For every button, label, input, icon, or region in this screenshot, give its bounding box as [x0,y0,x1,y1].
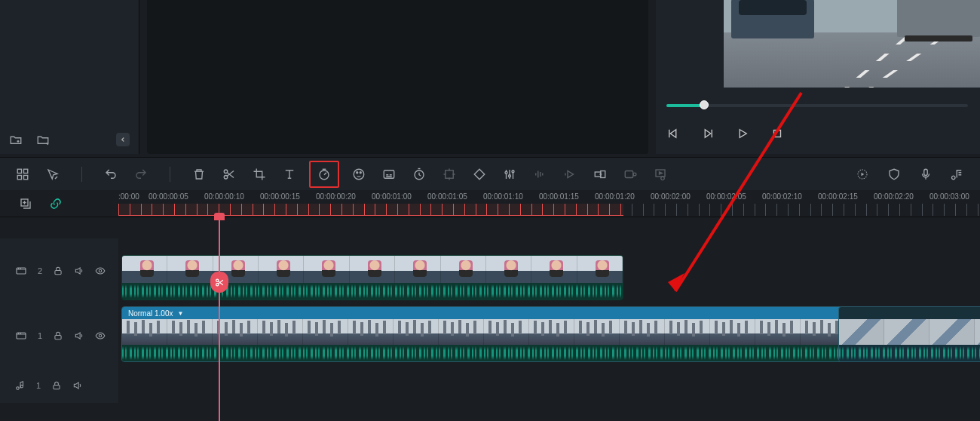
svg-point-5 [224,170,228,174]
speed-icon[interactable] [317,167,332,182]
ruler-tick-label: 00:00:01:00 [372,192,427,201]
svg-rect-21 [656,170,665,177]
new-folder-icon[interactable] [9,133,23,146]
track-number: 1 [38,331,42,340]
svg-rect-31 [55,335,61,339]
media-library-panel [0,0,139,154]
ruler-tick-label: 00:00:02:10 [762,192,818,201]
svg-point-26 [216,283,218,285]
marker-spin-icon[interactable] [855,167,870,182]
svg-rect-33 [54,385,60,389]
clip-video-2[interactable]: ▸ 20230706_005958 [121,255,623,300]
link-tracks-icon[interactable] [48,196,63,211]
source-preview-panel [147,0,648,154]
svg-point-8 [354,169,364,180]
track-video-1: 1 Normal 1.00x ▼ ▸ 20220603_070551 Freez… [0,303,980,368]
svg-point-6 [224,175,228,179]
mute-track-icon[interactable] [74,266,84,276]
track-audio-1: 1 [0,368,980,403]
ruler-tick-label: 00:00:00:05 [149,192,204,201]
prev-frame-button[interactable] [666,127,680,140]
crop-icon[interactable] [252,167,267,182]
timeline-tracks: 2 ▸ 20230706_005958 1 [0,217,980,403]
text-icon[interactable] [282,167,297,182]
mute-track-icon[interactable] [72,380,83,391]
visibility-icon[interactable] [95,266,106,276]
ruler-tick-label: 00:00:00:10 [204,192,260,201]
playhead-scissors-badge[interactable] [210,272,228,293]
svg-rect-19 [625,171,633,177]
svg-point-9 [357,171,358,173]
ruler-tick-label: 00:00:02:00 [651,192,706,201]
svg-rect-28 [55,270,61,274]
svg-point-10 [360,171,361,173]
svg-point-25 [216,279,218,281]
visibility-icon[interactable] [95,330,106,341]
ruler-tick-label: 00:00:02:15 [818,192,874,201]
ruler-tick-label: 00:00:00:15 [260,192,316,201]
zoom-slider[interactable] [666,104,968,107]
record-screen-icon[interactable] [623,167,638,182]
music-list-icon[interactable] [950,167,965,182]
svg-rect-13 [446,170,454,178]
lock-track-icon[interactable] [53,266,63,276]
sliders-icon[interactable] [502,167,517,182]
svg-point-20 [633,173,636,176]
subtitle-icon[interactable] [381,167,397,182]
cursor-tool-icon[interactable] [45,167,60,182]
svg-rect-4 [24,175,28,179]
undo-icon[interactable] [103,167,118,182]
shield-icon[interactable] [887,167,902,182]
ruler-tick-label: 00:00:01:15 [539,192,595,201]
svg-point-32 [99,334,102,337]
color-palette-icon[interactable] [351,167,366,182]
transform-icon[interactable] [593,167,608,182]
speed-tool-highlight [309,161,339,188]
lock-track-icon[interactable] [53,330,63,341]
collapse-panel-button[interactable] [116,133,130,146]
scissors-icon[interactable] [222,167,237,182]
folder-link-icon[interactable] [36,133,50,146]
video-track-icon [15,265,27,277]
ruler-tick-label: 00:00:02:05 [706,192,762,201]
expand-icon[interactable] [442,167,457,182]
svg-point-14 [505,171,507,174]
clip-freeze-frame[interactable]: Freeze Frame [838,306,980,362]
mute-track-icon[interactable] [74,330,84,341]
mask-icon[interactable] [472,167,487,182]
voiceover-icon[interactable] [562,167,577,182]
ruler-tick-label: 00:00:02:20 [874,192,929,201]
program-monitor-panel [656,0,980,154]
svg-rect-30 [17,333,26,339]
delete-icon[interactable] [191,167,207,182]
svg-rect-27 [17,268,26,274]
lock-track-icon[interactable] [51,380,62,391]
svg-rect-2 [24,169,28,173]
clip-speed-label: Normal 1.00x [128,309,173,318]
layout-grid-icon[interactable] [15,167,30,182]
play-button[interactable] [736,127,749,140]
svg-point-29 [99,269,102,272]
svg-point-15 [509,174,511,177]
render-preview-icon[interactable] [653,167,668,182]
timeline-ruler[interactable]: :00:0000:00:00:0500:00:00:1000:00:00:150… [118,190,980,217]
program-monitor-video [724,0,980,88]
svg-rect-1 [17,169,21,173]
timer-icon[interactable] [412,167,427,182]
stop-button[interactable] [770,127,784,140]
timeline-toolbar [0,157,980,190]
ruler-tick-label: 00:00:01:20 [595,192,651,201]
next-frame-button[interactable] [701,127,715,140]
track-video-2: 2 ▸ 20230706_005958 [0,238,980,303]
ruler-tick-label: 00:00:01:05 [427,192,483,201]
chevron-down-icon[interactable]: ▼ [177,310,183,317]
svg-point-16 [512,170,514,172]
add-track-icon[interactable] [18,196,33,211]
timeline-ruler-row: :00:0000:00:00:0500:00:00:1000:00:00:150… [0,190,980,217]
ruler-tick-label: :00:00 [118,192,149,201]
microphone-icon[interactable] [918,167,933,182]
redo-icon[interactable] [133,167,149,182]
audio-bars-icon[interactable] [532,167,547,182]
svg-rect-11 [384,170,394,178]
audio-track-icon [15,380,26,391]
